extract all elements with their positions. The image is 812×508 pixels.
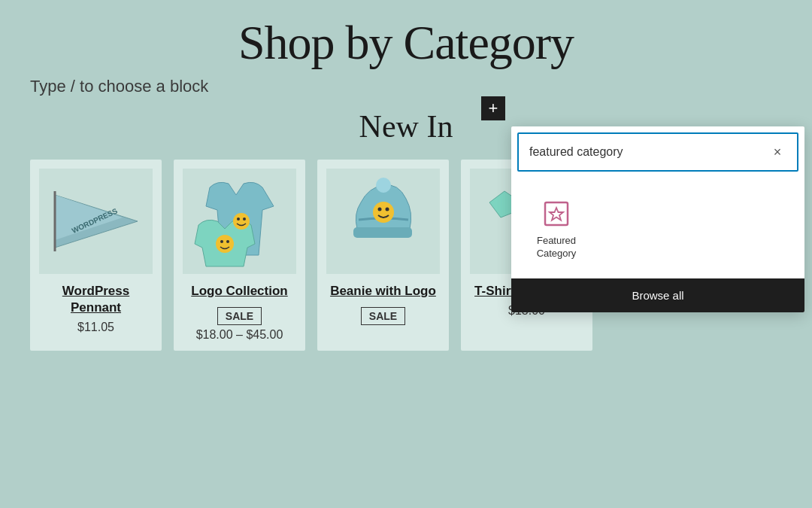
product-badges-logo-collection: SALE bbox=[183, 304, 296, 328]
sale-badge-logo-collection: SALE bbox=[217, 307, 262, 325]
product-image-beanie bbox=[326, 169, 440, 274]
featured-category-icon bbox=[541, 199, 571, 229]
clear-search-button[interactable]: × bbox=[768, 143, 786, 161]
product-price-logo-collection: $18.00 – $45.00 bbox=[183, 328, 296, 342]
svg-point-13 bbox=[377, 208, 381, 211]
product-card-logo-collection: Logo Collection SALE $18.00 – $45.00 bbox=[174, 160, 305, 351]
product-name-logo-collection[interactable]: Logo Collection bbox=[183, 283, 296, 300]
product-card-pennant: WORDPRESS WordPressPennant $11.05 bbox=[30, 160, 162, 351]
product-card-beanie: Beanie with Logo SALE bbox=[317, 160, 449, 351]
product-image-logo-collection bbox=[183, 169, 296, 274]
svg-point-12 bbox=[373, 202, 394, 223]
svg-point-14 bbox=[385, 208, 389, 211]
svg-marker-19 bbox=[550, 208, 563, 221]
product-name-pennant[interactable]: WordPressPennant bbox=[39, 283, 153, 316]
svg-point-7 bbox=[233, 213, 250, 230]
product-price-pennant: $11.05 bbox=[39, 321, 153, 334]
product-image-pennant: WORDPRESS bbox=[39, 169, 153, 274]
svg-point-6 bbox=[226, 240, 229, 243]
svg-rect-11 bbox=[353, 227, 412, 238]
search-input-wrapper: × bbox=[517, 132, 798, 172]
svg-point-10 bbox=[376, 178, 391, 193]
block-search-input[interactable] bbox=[529, 145, 768, 159]
svg-point-4 bbox=[216, 235, 234, 253]
search-results: Featured Category bbox=[511, 178, 804, 278]
product-name-beanie[interactable]: Beanie with Logo bbox=[326, 283, 440, 300]
product-badges-beanie: SALE bbox=[326, 304, 440, 328]
hint-text: Type / to choose a block bbox=[30, 77, 782, 96]
sale-badge-beanie: SALE bbox=[361, 307, 405, 325]
svg-point-8 bbox=[237, 217, 240, 221]
featured-category-label: Featured Category bbox=[535, 235, 577, 260]
svg-rect-18 bbox=[545, 202, 568, 225]
svg-point-5 bbox=[220, 240, 223, 243]
block-search-popup: × Featured Category Browse all bbox=[511, 126, 804, 312]
add-block-button[interactable]: + bbox=[481, 96, 505, 120]
featured-category-block-result[interactable]: Featured Category bbox=[526, 190, 586, 269]
browse-all-bar[interactable]: Browse all bbox=[511, 278, 804, 312]
svg-point-9 bbox=[243, 217, 246, 221]
page-title: Shop by Category bbox=[30, 15, 782, 71]
